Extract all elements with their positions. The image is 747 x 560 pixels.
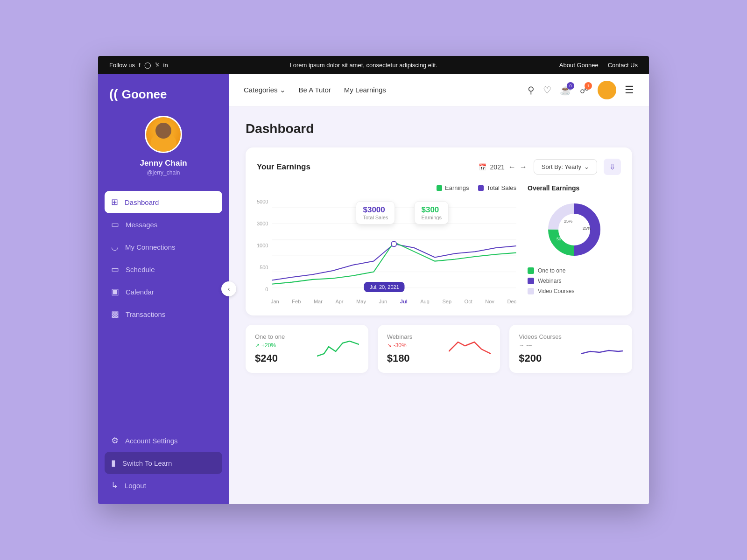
sidebar-item-schedule[interactable]: ▭ Schedule [98, 258, 229, 280]
chart-area: Earnings Total Sales [257, 184, 621, 304]
content-area: Categories ⌄ Be A Tutor My Learnings ⚲ ♡ [229, 74, 649, 504]
top-nav-icons: ⚲ ♡ ☕ 0 ☍ 1 ☰ [528, 81, 634, 99]
trend-up-icon: ↗ [255, 342, 260, 349]
download-icon: ⇩ [609, 163, 615, 171]
nav-link-categories[interactable]: Categories ⌄ [244, 86, 286, 94]
sidebar-item-switch-to-learn[interactable]: ▮ Switch To Learn [105, 452, 222, 474]
stat-value: $180 [387, 352, 413, 364]
trend-neutral-icon: → [519, 342, 524, 349]
earnings-section-title: Your Earnings [257, 162, 310, 172]
stat-change: → --- [519, 342, 562, 349]
chevron-left-icon: ‹ [228, 285, 230, 293]
linkedin-icon[interactable]: in [163, 62, 168, 69]
sidebar: (( Goonee Jenny Chain @jerry_chain ⊞ Das… [98, 74, 229, 504]
bottom-stats: One to one ↗ +20% $240 [246, 325, 632, 373]
sparkline-svg [581, 337, 623, 361]
sidebar-collapse-button[interactable]: ‹ [221, 281, 236, 296]
sidebar-item-label: Account Settings [125, 437, 178, 445]
one-to-one-dot [528, 267, 534, 274]
schedule-icon: ▭ [111, 264, 119, 274]
earnings-value: $300 [421, 205, 441, 215]
floating-card-earnings: $300 Earnings [414, 201, 448, 224]
nav-link-be-tutor[interactable]: Be A Tutor [299, 86, 331, 94]
legend-one-to-one: One to one [528, 267, 621, 274]
stat-change: ↘ -30% [387, 342, 413, 349]
follow-label: Follow us [109, 62, 135, 69]
earnings-label: Earnings [421, 215, 441, 220]
stat-sparkline-videos [581, 337, 623, 361]
sidebar-item-transactions[interactable]: ▩ Transactions [98, 303, 229, 325]
about-link[interactable]: About Goonee [559, 62, 599, 69]
nav-link-my-learnings[interactable]: My Learnings [344, 86, 386, 94]
logo-icon: (( [109, 87, 118, 102]
next-year-arrow[interactable]: → [520, 163, 527, 171]
sidebar-item-logout[interactable]: ↳ Logout [98, 474, 229, 497]
stat-change: ↗ +20% [255, 342, 285, 349]
stat-card-one-to-one: One to one ↗ +20% $240 [246, 325, 368, 373]
dashboard-content: Dashboard Your Earnings 📅 2021 ← → [229, 106, 649, 504]
brand-logo[interactable]: (( Goonee [98, 74, 229, 111]
legend-earnings: Earnings [437, 184, 469, 191]
stat-sparkline-one-to-one [317, 337, 359, 361]
download-button[interactable]: ⇩ [604, 159, 621, 175]
sidebar-item-label: My Connections [125, 243, 176, 251]
instagram-icon[interactable]: ◯ [144, 62, 151, 69]
total-sales-label: Total Sales [363, 215, 388, 220]
svg-text:50%: 50% [557, 237, 565, 241]
social-icons: f ◯ 𝕏 in [139, 62, 168, 69]
announcement-text: Lorem ipsum dolor sit amet, consectetur … [168, 62, 559, 69]
wishlist-icon[interactable]: ♡ [543, 84, 551, 96]
top-nav: Categories ⌄ Be A Tutor My Learnings ⚲ ♡ [229, 74, 649, 106]
facebook-icon[interactable]: f [139, 62, 141, 69]
legend-video-courses: Video Courses [528, 288, 621, 294]
twitter-icon[interactable]: 𝕏 [155, 62, 160, 69]
settings-icon: ⚙ [111, 435, 119, 446]
sidebar-item-dashboard[interactable]: ⊞ Dashboard [105, 191, 222, 213]
brand-name: Goonee [122, 87, 167, 102]
total-sales-value: $3000 [363, 205, 388, 215]
avatar-image [146, 117, 181, 152]
stat-info-webinars: Webinars ↘ -30% $180 [387, 333, 413, 364]
nav-links: Categories ⌄ Be A Tutor My Learnings [244, 86, 513, 94]
earnings-chart: Earnings Total Sales [257, 184, 516, 304]
chart-wrapper: 5000 3000 1000 500 0 [257, 199, 516, 297]
user-profile: Jenny Chain @jerry_chain [98, 111, 229, 187]
calendar-icon-small: 📅 [479, 163, 486, 171]
donut-chart: 25% 50% 25% [544, 199, 605, 260]
user-avatar-nav[interactable] [598, 81, 616, 99]
sidebar-item-account-settings[interactable]: ⚙ Account Settings [98, 429, 229, 452]
earnings-card: Your Earnings 📅 2021 ← → Sort By: Yearly [246, 147, 632, 315]
prev-year-arrow[interactable]: ← [508, 163, 516, 171]
avatar[interactable] [145, 116, 182, 153]
sort-button[interactable]: Sort By: Yearly ⌄ [534, 159, 597, 175]
nav-items: ⊞ Dashboard ▭ Messages ◡ My Connections … [98, 187, 229, 426]
dashboard-icon: ⊞ [111, 197, 118, 207]
sidebar-item-calendar[interactable]: ▣ Calendar [98, 280, 229, 303]
sidebar-item-messages[interactable]: ▭ Messages [98, 213, 229, 236]
earnings-controls: 📅 2021 ← → Sort By: Yearly ⌄ [479, 159, 621, 175]
overall-earnings-title: Overall Earnings [528, 184, 621, 192]
connections-icon: ◡ [111, 242, 119, 252]
stat-category: One to one [255, 333, 285, 340]
donut-legend: One to one Webinars Video Courses [528, 267, 621, 294]
sort-chevron-icon: ⌄ [584, 163, 589, 170]
stat-value: $240 [255, 352, 285, 364]
svg-text:25%: 25% [583, 226, 591, 231]
total-sales-dot [478, 185, 484, 191]
cart-badge: 0 [567, 82, 574, 90]
chevron-down-icon: ⌄ [280, 86, 286, 94]
cart-icon[interactable]: ☕ 0 [560, 84, 571, 96]
stat-value: $200 [519, 352, 562, 364]
sidebar-item-connections[interactable]: ◡ My Connections [98, 236, 229, 258]
stat-info-one-to-one: One to one ↗ +20% $240 [255, 333, 285, 364]
y-axis-labels: 5000 3000 1000 500 0 [257, 199, 268, 292]
profile-handle: @jerry_chain [147, 169, 180, 176]
notifications-icon[interactable]: ☍ 1 [580, 84, 589, 96]
stat-card-webinars: Webinars ↘ -30% $180 [378, 325, 500, 373]
sidebar-item-label: Switch To Learn [122, 459, 172, 467]
search-icon[interactable]: ⚲ [528, 84, 535, 96]
svg-text:25%: 25% [564, 219, 572, 224]
contact-link[interactable]: Contact Us [608, 62, 638, 69]
sidebar-bottom: ⚙ Account Settings ▮ Switch To Learn ↳ L… [98, 426, 229, 504]
hamburger-menu[interactable]: ☰ [625, 84, 634, 96]
